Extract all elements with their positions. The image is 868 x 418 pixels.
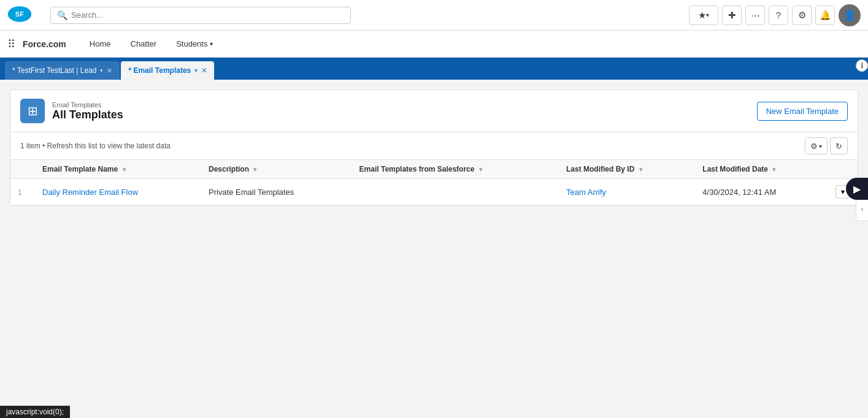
- plus-icon: ✚: [728, 10, 736, 21]
- main-content: ⊞ Email Templates All Templates New Emai…: [0, 80, 868, 418]
- card-header: ⊞ Email Templates All Templates New Emai…: [10, 90, 858, 132]
- notifications-button[interactable]: 🔔: [815, 6, 835, 25]
- new-email-template-button[interactable]: New Email Template: [757, 102, 848, 121]
- status-text: javascript:void(0);: [6, 408, 64, 416]
- search-input[interactable]: [71, 10, 344, 20]
- col-last-modified-date[interactable]: Last Modified Date ▾: [695, 160, 828, 179]
- favorites-caret-icon: ▾: [706, 12, 709, 18]
- top-navigation: SF 🔍 ★ ▾ ✚ ⋯ ? ⚙ 🔔 👤: [0, 0, 868, 31]
- col-description[interactable]: Description ▾: [201, 160, 352, 179]
- tab-chevron-icon: ▾: [194, 67, 198, 74]
- info-icon-button[interactable]: ℹ: [856, 59, 868, 72]
- row-from-salesforce: [352, 179, 559, 205]
- col-actions: [828, 160, 858, 179]
- row-last-modified-by: Team Arrify: [559, 179, 695, 205]
- table-icon: ⊞: [28, 104, 38, 118]
- list-controls-right: ⚙ ▾ ↻: [805, 137, 848, 154]
- tab-label: * Email Templates: [128, 66, 191, 75]
- card-title-block: Email Templates All Templates: [52, 101, 123, 121]
- settings-dropdown-button[interactable]: ⚙ ▾: [805, 137, 828, 154]
- grid-icon: ⋯: [751, 10, 760, 21]
- row-number: 1: [10, 179, 35, 205]
- waffle-button[interactable]: ⋯: [745, 6, 765, 25]
- right-bubble-button[interactable]: ▶: [846, 178, 868, 200]
- email-templates-card: ⊞ Email Templates All Templates New Emai…: [10, 89, 858, 206]
- col-last-modified-date-sort-icon: ▾: [772, 166, 775, 173]
- tab-close-icon[interactable]: ✕: [107, 67, 112, 75]
- bell-icon: 🔔: [820, 10, 831, 21]
- tab-email-templates[interactable]: * Email Templates ▾ ✕: [121, 61, 214, 80]
- col-last-modified-by-sort-icon: ▾: [639, 166, 642, 173]
- page-title: All Templates: [52, 108, 123, 121]
- table-row: 1 Daily Reminder Email Flow Private Emai…: [10, 179, 858, 205]
- top-nav-right-icons: ★ ▾ ✚ ⋯ ? ⚙ 🔔 👤: [689, 4, 861, 26]
- chevron-left-icon: ‹: [861, 205, 864, 213]
- refresh-button[interactable]: ↻: [830, 137, 848, 154]
- nav-home[interactable]: Home: [81, 31, 120, 58]
- salesforce-logo[interactable]: SF: [7, 2, 32, 28]
- setup-button[interactable]: ⚙: [792, 6, 812, 25]
- row-name: Daily Reminder Email Flow: [35, 179, 201, 205]
- svg-text:SF: SF: [15, 10, 24, 18]
- side-panel-toggle[interactable]: ‹: [856, 197, 868, 221]
- list-controls: 1 item • Refresh this list to view the l…: [10, 132, 858, 159]
- help-button[interactable]: ?: [769, 6, 788, 25]
- refresh-icon: ↻: [835, 142, 842, 151]
- grid-menu-button[interactable]: ⠿: [7, 37, 15, 51]
- tab-close-icon[interactable]: ✕: [201, 67, 207, 75]
- nav-chatter[interactable]: Chatter: [122, 31, 166, 58]
- bubble-icon: ▶: [853, 183, 861, 195]
- favorites-button[interactable]: ★ ▾: [689, 6, 718, 25]
- nav-students[interactable]: Students ▾: [167, 31, 221, 58]
- status-bar: javascript:void(0);: [0, 406, 70, 418]
- table-header-row: Email Template Name ▾ Description ▾ Emai…: [10, 160, 858, 179]
- app-brand: Force.com: [23, 39, 66, 49]
- avatar-image: 👤: [843, 9, 856, 21]
- settings-caret-icon: ▾: [819, 143, 822, 150]
- search-icon: 🔍: [57, 10, 67, 20]
- card-breadcrumb: Email Templates: [52, 101, 123, 108]
- star-icon: ★: [698, 10, 706, 21]
- students-dropdown-icon: ▾: [210, 40, 213, 47]
- app-navigation: ⠿ Force.com Home Chatter Students ▾: [0, 31, 868, 58]
- user-avatar[interactable]: 👤: [839, 4, 861, 26]
- col-name-sort-icon: ▾: [123, 166, 126, 173]
- gear-icon: ⚙: [798, 10, 806, 21]
- col-description-sort-icon: ▾: [253, 166, 256, 173]
- tab-chevron-icon: ▾: [100, 67, 103, 74]
- col-from-sf-sort-icon: ▾: [479, 166, 482, 173]
- row-description: Private Email Templates: [201, 179, 352, 205]
- email-templates-table: Email Template Name ▾ Description ▾ Emai…: [10, 159, 858, 205]
- question-icon: ?: [776, 10, 781, 20]
- info-icon: ℹ: [861, 61, 864, 70]
- settings-icon: ⚙: [810, 142, 818, 151]
- row-last-modified-date: 4/30/2024, 12:41 AM: [695, 179, 828, 205]
- search-bar: 🔍: [50, 7, 351, 24]
- card-header-left: ⊞ Email Templates All Templates: [20, 99, 123, 123]
- col-from-salesforce[interactable]: Email Templates from Salesforce ▾: [352, 160, 559, 179]
- tab-label: * TestFirst TestLast | Lead: [12, 66, 96, 75]
- list-info-text: 1 item • Refresh this list to view the l…: [20, 142, 171, 150]
- tab-testfirst-testlast[interactable]: * TestFirst TestLast | Lead ▾ ✕: [5, 61, 120, 80]
- card-icon: ⊞: [20, 99, 45, 123]
- col-name[interactable]: Email Template Name ▾: [35, 160, 201, 179]
- template-name-link[interactable]: Daily Reminder Email Flow: [42, 188, 138, 197]
- col-last-modified-by[interactable]: Last Modified By ID ▾: [559, 160, 695, 179]
- col-number: [10, 160, 35, 179]
- last-modified-by-link[interactable]: Team Arrify: [566, 188, 606, 197]
- add-button[interactable]: ✚: [722, 6, 742, 25]
- tab-bar: * TestFirst TestLast | Lead ▾ ✕ * Email …: [0, 58, 868, 80]
